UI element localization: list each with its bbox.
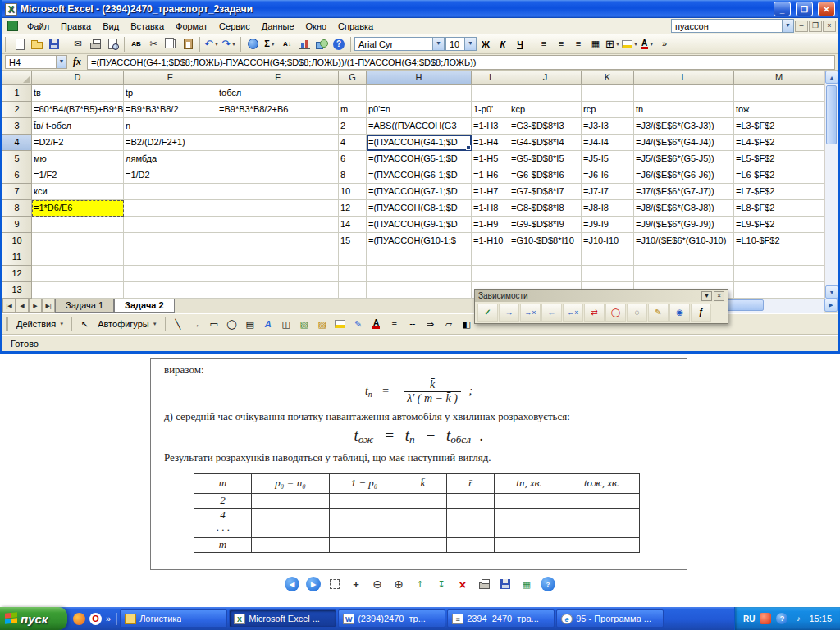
line-style-button[interactable]: ≡: [386, 316, 403, 332]
cell-E11[interactable]: [124, 249, 217, 266]
cell-E10[interactable]: [124, 233, 217, 249]
borders-dropdown-icon[interactable]: ▼: [615, 42, 620, 47]
arrow-button[interactable]: →: [188, 316, 204, 332]
chevron-down-icon[interactable]: ▼: [432, 38, 444, 50]
column-header-I[interactable]: I: [472, 71, 509, 85]
font-size-combo[interactable]: 10 ▼: [445, 37, 477, 51]
menu-item-help[interactable]: Справка: [332, 20, 379, 33]
row-header-1[interactable]: 1: [2, 85, 32, 102]
line-button[interactable]: ╲: [170, 316, 186, 332]
autosum-dropdown-icon[interactable]: ▼: [271, 42, 276, 47]
taskbar-task-ie[interactable]: e95 - Программа ...: [556, 609, 664, 628]
next-page-button[interactable]: ▶: [305, 576, 322, 592]
cell-L4[interactable]: =J4/($E$6*(G4-J4)): [634, 135, 734, 151]
remove-dependent-arrows-button[interactable]: ←×: [563, 304, 583, 322]
cell-J1[interactable]: [509, 85, 582, 102]
copy-button[interactable]: [162, 36, 179, 52]
cell-K1[interactable]: [582, 85, 634, 102]
oval-button[interactable]: ◯: [224, 316, 240, 332]
cell-J8[interactable]: =G8-$D$8*I8: [509, 200, 582, 217]
cell-H13[interactable]: [367, 282, 472, 299]
help-button[interactable]: ?: [331, 36, 347, 52]
row-header-8[interactable]: 8: [2, 200, 32, 217]
opera-icon[interactable]: O: [89, 613, 102, 625]
cell-I9[interactable]: =1-H9: [472, 217, 509, 233]
menu-item-view[interactable]: Вид: [97, 20, 125, 33]
cell-K4[interactable]: =J4-I4: [582, 135, 634, 151]
taskbar-task-folder[interactable]: Логистика: [120, 609, 227, 628]
minimize-button[interactable]: _: [774, 2, 791, 16]
tray-help-icon[interactable]: ?: [776, 613, 788, 624]
vertical-scrollbar[interactable]: ▲ ▼: [824, 71, 838, 299]
align-center-button[interactable]: ≡: [553, 36, 569, 52]
cell-K10[interactable]: =J10-I10: [582, 233, 634, 249]
toolbar-drag-handle[interactable]: [6, 317, 10, 331]
cell-H2[interactable]: p0'=n: [367, 102, 472, 118]
cell-K6[interactable]: =J6-I6: [582, 167, 634, 184]
borders-button[interactable]: ⊞▼: [605, 36, 621, 52]
clock[interactable]: 15:15: [809, 614, 832, 623]
row-header-10[interactable]: 10: [2, 233, 32, 249]
chart-wizard-button[interactable]: [296, 36, 313, 52]
insert-function-icon[interactable]: fx: [70, 56, 84, 68]
cell-F11[interactable]: [217, 249, 339, 266]
vertical-scroll-track[interactable]: [825, 84, 838, 285]
cell-H6[interactable]: =(ПУАССОН(G6-1;$D: [367, 167, 472, 184]
font-name-combo[interactable]: Arial Cyr ▼: [354, 37, 445, 51]
cell-G1[interactable]: [339, 85, 367, 102]
cell-J4[interactable]: =G4-$D$8*I4: [509, 135, 582, 151]
formula-input[interactable]: =(ПУАССОН(G4-1;$D$8;ЛОЖЬ)-ПУАССОН(G4;$D$…: [87, 55, 835, 70]
row-header-4[interactable]: 4: [2, 135, 32, 151]
fit-width-button[interactable]: ↧: [433, 576, 450, 592]
chevron-down-icon[interactable]: ▼: [782, 20, 793, 32]
open-button[interactable]: [29, 36, 45, 52]
clear-validation-circles-button[interactable]: ◌: [627, 304, 647, 322]
cell-I11[interactable]: [472, 249, 509, 266]
dash-style-button[interactable]: ╌: [404, 316, 421, 332]
cell-D5[interactable]: мю: [32, 151, 124, 167]
cell-J3[interactable]: =G3-$D$8*I3: [509, 118, 582, 135]
export-button[interactable]: ▦: [518, 576, 535, 592]
align-right-button[interactable]: ≡: [570, 36, 587, 52]
cell-G10[interactable]: 15: [339, 233, 367, 249]
cell-K9[interactable]: =J9-I9: [582, 217, 634, 233]
sort-asc-button[interactable]: А↓: [279, 36, 295, 52]
cell-E5[interactable]: лямбда: [124, 151, 217, 167]
column-header-F[interactable]: F: [217, 71, 339, 85]
row-header-3[interactable]: 3: [2, 118, 32, 135]
cell-M8[interactable]: =L8-$F$2: [734, 200, 824, 217]
column-header-M[interactable]: M: [734, 71, 824, 85]
cell-G13[interactable]: [339, 282, 367, 299]
cell-F8[interactable]: [217, 200, 339, 217]
undo-dropdown-icon[interactable]: ▼: [214, 42, 219, 47]
close-button[interactable]: ✕: [818, 2, 835, 16]
fill-color-button[interactable]: [332, 316, 349, 332]
autosum-button[interactable]: Σ▼: [262, 36, 278, 52]
cell-G11[interactable]: [339, 249, 367, 266]
rectangle-button[interactable]: ▭: [206, 316, 222, 332]
cell-F2[interactable]: =B9*B3*B8/2+B6: [217, 102, 339, 118]
cell-D13[interactable]: [32, 282, 124, 299]
toolbar-options-icon[interactable]: ▼: [701, 291, 712, 301]
cell-L8[interactable]: =J8/($E$6*(G8-J8)): [634, 200, 734, 217]
cell-L2[interactable]: tn: [634, 102, 734, 118]
cell-F13[interactable]: [217, 282, 339, 299]
menu-item-service[interactable]: Сервис: [213, 20, 256, 33]
cell-F4[interactable]: [217, 135, 339, 151]
cell-H4[interactable]: =(ПУАССОН(G4-1;$D: [367, 135, 472, 151]
cell-H3[interactable]: =ABS((ПУАССОН(G3: [367, 118, 472, 135]
workbook-restore-button[interactable]: ❐: [809, 21, 822, 32]
error-check-button[interactable]: ✓: [477, 304, 498, 322]
print-preview-button[interactable]: [104, 36, 121, 52]
cell-G8[interactable]: 12: [339, 200, 367, 217]
spelling-button[interactable]: АВ: [128, 36, 144, 52]
show-watch-window-button[interactable]: ◉: [669, 304, 690, 322]
tray-app-icon-red[interactable]: [760, 613, 771, 624]
start-button[interactable]: пуск: [0, 607, 67, 630]
underline-button[interactable]: Ч: [512, 36, 528, 52]
menu-item-format[interactable]: Формат: [170, 20, 213, 33]
select-all-corner[interactable]: [2, 71, 32, 85]
cell-E13[interactable]: [124, 282, 217, 299]
taskbar-task-doc[interactable]: ≡2394_2470_тра...: [447, 609, 555, 628]
cell-I12[interactable]: [472, 266, 509, 282]
